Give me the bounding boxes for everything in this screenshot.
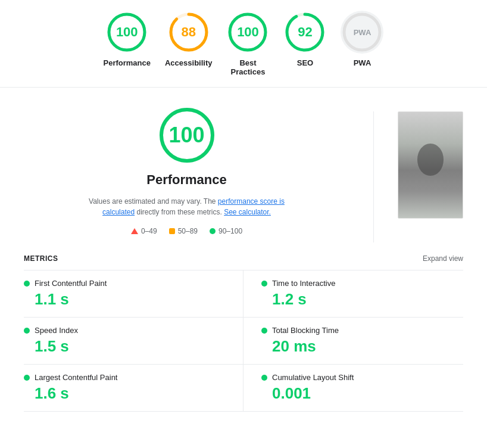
score-label-performance: Performance: [104, 58, 151, 67]
metrics-header: METRICS Expand view: [24, 254, 463, 263]
score-item-seo[interactable]: 92 SEO: [283, 11, 326, 67]
score-circle-performance: 100: [105, 11, 148, 54]
svg-point-3: [171, 14, 207, 50]
legend-bad-range: 0–49: [141, 227, 157, 235]
score-label-best-practices: BestPractices: [231, 58, 266, 76]
score-circle-seo: 92: [283, 11, 326, 54]
metric-name-fcp: First Contentful Paint: [35, 279, 107, 288]
metric-header-lcp: Largest Contentful Paint: [24, 373, 225, 382]
metric-header-fcp: First Contentful Paint: [24, 279, 225, 288]
thumbnail-section: [398, 105, 463, 219]
perf-desc-text1: Values are estimated and may vary. The: [89, 197, 218, 206]
metric-name-lcp: Largest Contentful Paint: [35, 373, 117, 382]
metric-value-lcp: 1.6 s: [24, 384, 225, 403]
legend-circle-icon: [210, 228, 216, 234]
metric-cell-tbt: Total Blocking Time 20 ms: [244, 318, 463, 365]
metric-value-cls: 0.001: [261, 384, 457, 403]
metric-dot-lcp: [24, 375, 30, 381]
metric-header-si: Speed Index: [24, 326, 225, 335]
section-divider: [373, 111, 374, 242]
metric-value-tti: 1.2 s: [261, 290, 457, 309]
metric-cell-tti: Time to Interactive 1.2 s: [244, 270, 463, 318]
perf-section: 100 Performance Values are estimated and…: [24, 105, 349, 235]
metric-name-tti: Time to Interactive: [272, 279, 335, 288]
big-score-circle: 100: [157, 105, 217, 165]
main-content: 100 Performance Values are estimated and…: [0, 88, 487, 254]
metrics-title: METRICS: [24, 254, 58, 263]
metric-name-cls: Cumulative Layout Shift: [272, 373, 354, 382]
metric-cell-fcp: First Contentful Paint 1.1 s: [24, 270, 244, 318]
metric-header-tti: Time to Interactive: [261, 279, 457, 288]
metric-value-tbt: 20 ms: [261, 337, 457, 356]
metric-dot-si: [24, 328, 30, 334]
svg-point-1: [109, 14, 145, 50]
perf-description: Values are estimated and may vary. The p…: [86, 196, 288, 217]
page-thumbnail: [398, 111, 463, 219]
metric-value-si: 1.5 s: [24, 337, 225, 356]
metric-header-cls: Cumulative Layout Shift: [261, 373, 457, 382]
score-bar: 100 Performance 88 Accessibility 100 Bes…: [0, 0, 487, 88]
legend-average-range: 50–89: [178, 227, 198, 235]
score-circle-pwa: PWA: [341, 11, 383, 54]
svg-point-5: [230, 14, 266, 50]
legend-average: 50–89: [169, 227, 198, 235]
legend-square-icon: [169, 228, 175, 234]
metric-value-fcp: 1.1 s: [24, 290, 225, 309]
calculator-link[interactable]: See calculator.: [224, 208, 271, 216]
metric-cell-lcp: Largest Contentful Paint 1.6 s: [24, 365, 244, 412]
score-label-accessibility: Accessibility: [165, 58, 213, 67]
metrics-grid: First Contentful Paint 1.1 s Time to Int…: [24, 270, 463, 412]
score-label-seo: SEO: [297, 58, 313, 67]
score-item-best-practices[interactable]: 100 BestPractices: [226, 11, 269, 76]
metrics-section: METRICS Expand view First Contentful Pai…: [0, 254, 487, 430]
score-circle-accessibility: 88: [167, 11, 210, 54]
metric-name-tbt: Total Blocking Time: [272, 326, 339, 335]
legend-triangle-icon: [131, 228, 138, 234]
metric-header-tbt: Total Blocking Time: [261, 326, 457, 335]
metric-dot-fcp: [24, 281, 30, 287]
legend-good-range: 90–100: [218, 227, 242, 235]
legend-good: 90–100: [210, 227, 242, 235]
score-item-performance[interactable]: 100 Performance: [104, 11, 151, 67]
svg-point-10: [161, 110, 213, 161]
score-item-pwa[interactable]: PWA PWA: [341, 11, 383, 67]
metric-dot-tti: [261, 281, 267, 287]
svg-point-7: [287, 14, 323, 50]
metric-cell-cls: Cumulative Layout Shift 0.001: [244, 365, 463, 412]
expand-view-button[interactable]: Expand view: [423, 254, 463, 263]
perf-title: Performance: [146, 172, 227, 188]
legend-bad: 0–49: [131, 227, 157, 235]
metric-cell-si: Speed Index 1.5 s: [24, 318, 244, 365]
metric-dot-tbt: [261, 328, 267, 334]
score-legend: 0–49 50–89 90–100: [131, 227, 242, 235]
score-circle-best-practices: 100: [226, 11, 269, 54]
svg-point-8: [344, 14, 380, 50]
metric-name-si: Speed Index: [35, 326, 78, 335]
metric-dot-cls: [261, 375, 267, 381]
score-label-pwa: PWA: [354, 58, 372, 67]
perf-desc-text2: directly from these metrics.: [135, 208, 224, 216]
score-item-accessibility[interactable]: 88 Accessibility: [165, 11, 213, 67]
